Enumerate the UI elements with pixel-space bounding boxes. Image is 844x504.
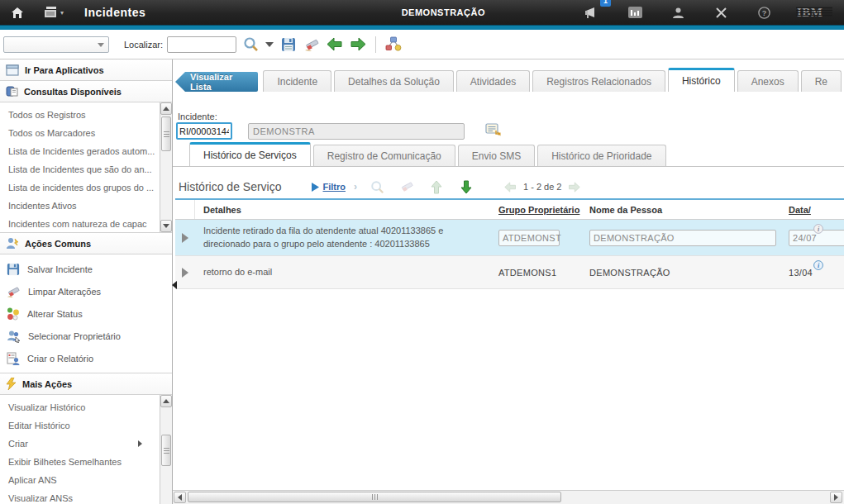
- table-title: Histórico de Serviço: [179, 180, 282, 193]
- sidebar-section-go-apps[interactable]: Ir Para Aplicativos: [0, 59, 172, 81]
- column-grupo-proprietario[interactable]: Grupo Proprietário: [494, 205, 585, 215]
- eraser-icon: [7, 285, 21, 298]
- search-options-caret-icon[interactable]: [265, 36, 274, 54]
- info-icon[interactable]: i: [813, 222, 823, 237]
- subtab-historico-de-prioridade[interactable]: Histórico de Prioridade: [537, 145, 665, 166]
- help-icon[interactable]: ?: [753, 2, 775, 23]
- scroll-up-icon[interactable]: [160, 102, 172, 115]
- incidente-label: Incidente:: [178, 112, 217, 121]
- scrollbar-thumb[interactable]: [161, 116, 171, 151]
- sidebar-item-action[interactable]: Visualizar ANSs: [0, 489, 159, 504]
- subtab-envio-sms[interactable]: Envio SMS: [458, 145, 535, 166]
- service-history-table: Detalhes Grupo Proprietário Nome da Pess…: [175, 198, 844, 289]
- horizontal-scrollbar[interactable]: [173, 490, 844, 504]
- tab-atividades[interactable]: Atividades: [456, 70, 530, 92]
- search-icon[interactable]: [241, 36, 260, 54]
- save-icon[interactable]: [279, 36, 298, 54]
- scrollbar-thumb[interactable]: [161, 435, 171, 466]
- tab-historico[interactable]: Histórico: [668, 68, 735, 92]
- consultas-scrollbar[interactable]: [160, 102, 172, 232]
- save-icon: [7, 263, 20, 276]
- visualizar-lista-button[interactable]: Visualizar Lista: [175, 72, 258, 92]
- sidebar-item-query[interactable]: Lista de incidentes dos grupos do ...: [0, 178, 159, 197]
- action-label: Limpar Alterações: [28, 287, 101, 297]
- expander-column-header: [175, 200, 195, 219]
- sidebar-collapse-icon[interactable]: [172, 281, 177, 289]
- sidebar-item-action-criar[interactable]: Criar: [0, 435, 159, 453]
- action-label: Criar: [8, 435, 28, 453]
- app-window: ▾ Incidentes DEMONSTRAÇÃO 1 ? I: [0, 0, 844, 504]
- sidebar-item-action[interactable]: Aplicar ANS: [0, 471, 159, 489]
- action-label: Alterar Status: [27, 309, 83, 319]
- sidebar-item-action[interactable]: Visualizar Histórico: [0, 398, 159, 416]
- sidebar-item-query[interactable]: Todos os Marcadores: [0, 124, 159, 142]
- previous-record-icon[interactable]: [326, 36, 344, 54]
- scroll-down-icon[interactable]: [160, 220, 172, 232]
- tab-registros-relacionados[interactable]: Registros Relacionados: [532, 70, 665, 92]
- home-icon[interactable]: [7, 2, 28, 23]
- chevron-right-icon: ›: [354, 181, 357, 193]
- sidebar-item-query[interactable]: Incidentes Ativos: [0, 197, 159, 215]
- info-icon[interactable]: i: [813, 259, 823, 273]
- tab-truncated[interactable]: Re: [801, 70, 842, 92]
- tab-anexos[interactable]: Anexos: [737, 70, 799, 92]
- toolbar-separator: [375, 36, 376, 53]
- sidebar-item-action[interactable]: Editar Histórico: [0, 416, 159, 435]
- table-edit-icon-disabled[interactable]: [397, 178, 417, 195]
- caret-down-icon: [98, 43, 104, 47]
- action-criar-relatorio[interactable]: Criar o Relatório: [0, 347, 172, 369]
- localizar-input[interactable]: [167, 36, 236, 53]
- subtab-registro-de-comunicacao[interactable]: Registro de Comunicação: [313, 145, 455, 166]
- action-salvar-incidente[interactable]: Salvar Incidente: [0, 258, 172, 280]
- scrollbar-thumb[interactable]: [188, 492, 561, 502]
- svg-text:?: ?: [761, 9, 766, 17]
- clear-changes-icon[interactable]: [303, 36, 321, 54]
- logout-close-icon[interactable]: [710, 2, 732, 23]
- next-page-icon[interactable]: [568, 182, 580, 193]
- app-title: Incidentes: [84, 6, 145, 19]
- action-limpar-alteracoes[interactable]: Limpar Alterações: [0, 280, 172, 302]
- row-expand-icon[interactable]: [175, 256, 195, 288]
- tab-detalhes-da-solucao[interactable]: Detalhes da Solução: [334, 70, 454, 92]
- tab-incidente[interactable]: Incidente: [263, 70, 331, 92]
- sidebar-item-query[interactable]: Lista de Incidentes que são do an...: [0, 160, 159, 178]
- query-dropdown[interactable]: [3, 36, 109, 53]
- filter-toggle[interactable]: Filtro: [312, 182, 346, 192]
- user-label: DEMONSTRAÇÃO: [402, 7, 485, 17]
- subtab-historico-de-servicos[interactable]: Histórico de Serviços: [189, 142, 311, 166]
- notification-badge: 1: [600, 0, 611, 7]
- move-down-icon[interactable]: [456, 178, 476, 195]
- incidente-id-input[interactable]: [176, 122, 232, 140]
- prev-page-icon[interactable]: [504, 182, 517, 193]
- sidebar-section-consultas[interactable]: Consultas Disponíveis: [0, 81, 172, 102]
- sidebar-item-query[interactable]: Lista de Incidentes gerados autom...: [0, 142, 159, 160]
- table-row[interactable]: Incidente retirado da fila do atendente …: [175, 220, 844, 256]
- applications-menu-icon[interactable]: ▾: [43, 2, 64, 23]
- action-alterar-status[interactable]: Alterar Status: [0, 302, 172, 325]
- row-expand-icon[interactable]: [175, 220, 195, 255]
- column-data[interactable]: Data/: [782, 205, 844, 215]
- sidebar-section-mais-acoes[interactable]: Mais Ações: [0, 373, 172, 395]
- main-tabs: Visualizar Lista Incidente Detalhes da S…: [175, 68, 844, 92]
- scroll-right-icon[interactable]: [830, 492, 842, 503]
- submenu-arrow-icon: [138, 440, 142, 447]
- long-description-icon[interactable]: [485, 122, 501, 140]
- action-selecionar-proprietario[interactable]: Selecionar Proprietário: [0, 325, 172, 347]
- move-up-icon-disabled[interactable]: [427, 178, 446, 195]
- action-toolbar: Localizar:: [0, 30, 844, 59]
- profile-icon[interactable]: [667, 2, 689, 23]
- scroll-up-icon[interactable]: [160, 395, 172, 407]
- sidebar-item-action[interactable]: Exibir Bilhetes Semelhantes: [0, 453, 159, 471]
- next-record-icon[interactable]: [349, 36, 367, 54]
- table-search-icon-disabled[interactable]: [367, 178, 387, 195]
- cell-detalhes: Incidente retirado da fila do atendente …: [195, 220, 494, 256]
- workflow-icon[interactable]: [384, 36, 403, 54]
- sidebar-item-query[interactable]: Incidentes com natureza de capac: [0, 215, 159, 233]
- more-actions-scrollbar[interactable]: [160, 395, 172, 504]
- cell-nome-da-pessoa: DEMONSTRAÇÃO: [585, 230, 782, 246]
- table-row[interactable]: retorno do e-mail ATDEMONS1 DEMONSTRAÇÃO…: [175, 256, 844, 289]
- announcements-icon[interactable]: 1: [581, 2, 603, 23]
- reports-chart-icon[interactable]: [624, 2, 646, 23]
- scroll-left-icon[interactable]: [174, 492, 186, 503]
- sidebar-item-query[interactable]: Todos os Registros: [0, 106, 159, 124]
